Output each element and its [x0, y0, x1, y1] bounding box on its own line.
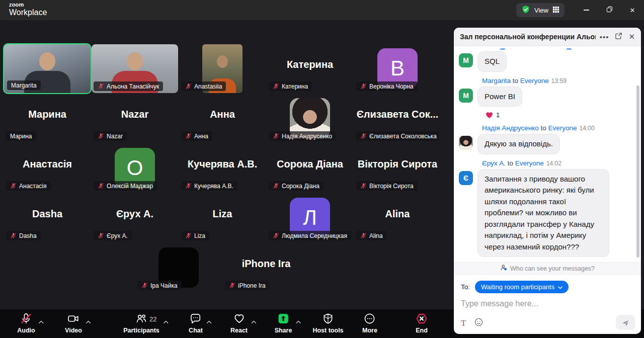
participant-tile[interactable]: iPhone IraiPhone Ira: [223, 243, 309, 292]
clipped-message-fragment: [482, 48, 634, 51]
participant-name-text: Надія Андрусенко: [282, 133, 332, 140]
message-particle: to: [539, 124, 548, 132]
participant-tile[interactable]: Іра Чайка: [135, 243, 222, 292]
message-reaction[interactable]: 1: [485, 111, 634, 119]
participant-grid-row: АнастасіяАнастасіяООлексій МаджарКучеряв…: [4, 144, 441, 193]
message-header: Надія Андрусенко to Everyone14:00: [482, 124, 634, 132]
add-reaction-icon[interactable]: [499, 261, 507, 262]
participant-tile[interactable]: DashaDasha: [4, 194, 91, 242]
submenu-caret-icon[interactable]: [251, 317, 257, 326]
send-plane-icon: [621, 318, 630, 327]
muted-mic-icon: [273, 133, 279, 139]
message-sender[interactable]: Надія Андрусенко: [482, 124, 539, 132]
submenu-caret-icon[interactable]: [39, 317, 44, 326]
toolbar-audio-button[interactable]: Audio: [17, 312, 35, 334]
toolbar-button-label: Share: [275, 327, 292, 334]
participant-tile[interactable]: Надія Андрусенко: [267, 94, 353, 143]
participant-tile[interactable]: ВВероніка Чорна: [354, 44, 441, 93]
submenu-caret-icon[interactable]: [163, 317, 169, 326]
recipient-selector[interactable]: Waiting room participants: [475, 281, 569, 293]
toolbar-end-button[interactable]: End: [416, 312, 428, 334]
participant-tile[interactable]: Єрух А.Єрух А.: [92, 194, 178, 242]
sender-avatar: M: [459, 53, 473, 67]
restore-button[interactable]: [598, 0, 621, 20]
chat-message: Єрух А. to Everyone14:02ЄЗапитання з при…: [459, 159, 634, 263]
toolbar-share-button[interactable]: Share: [275, 312, 292, 334]
participant-name-text: Кучерява А.В.: [194, 183, 233, 190]
participant-name-text: Олексій Маджар: [107, 183, 153, 190]
participant-tile[interactable]: Єлизавета Сок...Єлизавета Соколовська ..…: [354, 94, 441, 143]
participant-name-label: Nazar: [94, 131, 127, 141]
view-button[interactable]: View: [516, 3, 565, 17]
emoji-picker-icon[interactable]: [474, 317, 484, 329]
message-timestamp: 13:59: [551, 77, 567, 84]
chat-scrollbar[interactable]: [636, 86, 639, 258]
participant-tile[interactable]: NazarNazar: [92, 94, 178, 143]
reply-icon[interactable]: [485, 261, 493, 262]
submenu-caret-icon[interactable]: [86, 317, 91, 326]
send-message-button[interactable]: [616, 315, 635, 330]
muted-mic-icon: [10, 183, 17, 189]
muted-mic-icon: [360, 133, 367, 139]
toolbar-chat-button[interactable]: Chat: [189, 312, 203, 334]
message-recipient[interactable]: Everyone: [520, 77, 549, 84]
host-tools-shield-icon: [321, 312, 334, 325]
message-sender[interactable]: Єрух А.: [482, 159, 506, 167]
participant-tile[interactable]: Кучерява А.В.Кучерява А.В.: [179, 144, 266, 193]
participant-tile[interactable]: ЛЛюдмила Середницкая: [267, 194, 353, 242]
who-can-see-bar[interactable]: Who can see your messages?: [454, 262, 641, 274]
participant-name-text: Anastasiia: [194, 83, 222, 90]
participant-grid-row: DashaDashaЄрух А.Єрух А.LizaLizaЛЛюдмила…: [4, 194, 441, 242]
submenu-caret-icon[interactable]: [295, 317, 301, 326]
participant-tile[interactable]: Вікторія СиротаВікторія Сирота: [354, 144, 441, 193]
participant-tile[interactable]: КатеринаКатерина: [267, 44, 353, 93]
toolbar-button-label: Host tools: [312, 327, 343, 334]
participant-name-text: Єлизавета Соколовська ...: [369, 133, 439, 140]
participant-name-label: Alina: [356, 231, 387, 240]
message-bubble: Power BI: [477, 87, 522, 107]
participant-name-label: Вікторія Сирота: [356, 181, 418, 191]
participant-name-text: Nazar: [107, 133, 123, 140]
close-icon: ✕: [630, 7, 635, 14]
toolbar-button-label: Chat: [189, 327, 203, 334]
toolbar-react-button[interactable]: React: [230, 312, 248, 334]
participant-tile[interactable]: Альона Танасійчук: [92, 44, 178, 93]
toolbar-participants-button[interactable]: Participants22: [123, 312, 159, 334]
participant-name-text: Liza: [194, 232, 205, 239]
participant-tile[interactable]: AlinaAlina: [354, 194, 441, 242]
participant-tile[interactable]: Margarita: [4, 44, 91, 93]
chat-more-options-icon[interactable]: •••: [600, 33, 609, 41]
participant-tile[interactable]: Anastasiia: [179, 44, 266, 93]
minimize-button[interactable]: [575, 0, 598, 20]
participant-name-label: Іра Чайка: [137, 281, 182, 290]
participant-tile[interactable]: Сорока ДіанаСорока Діана: [267, 144, 353, 193]
participant-tile[interactable]: ООлексій Маджар: [92, 144, 178, 193]
submenu-caret-icon[interactable]: [206, 317, 212, 326]
participants-icon: [135, 312, 148, 325]
toolbar-more-button[interactable]: More: [362, 312, 377, 334]
participant-name-text: Margarita: [11, 82, 37, 89]
message-input[interactable]: [461, 299, 632, 308]
close-button[interactable]: ✕: [621, 0, 644, 20]
message-actions: •••: [485, 261, 634, 262]
participant-name-text: Людмила Середницкая: [282, 232, 347, 239]
chat-close-icon[interactable]: ✕: [628, 32, 635, 41]
heart-reaction-icon: [485, 111, 494, 119]
zoom-workplace-logo: zoom Workplace: [9, 2, 47, 17]
participant-name-text: iPhone Ira: [238, 282, 266, 289]
toolbar-video-button[interactable]: Video: [65, 312, 82, 334]
format-text-icon[interactable]: T: [461, 318, 466, 328]
participant-tile[interactable]: АнастасіяАнастасія: [4, 144, 91, 193]
participant-tile[interactable]: МаринаМарина: [4, 94, 91, 143]
message-sender[interactable]: Margarita: [482, 77, 511, 84]
participant-tile[interactable]: АннаАнна: [179, 94, 266, 143]
toolbar-host-tools-button[interactable]: Host tools: [312, 312, 343, 334]
participant-tile[interactable]: LizaLiza: [179, 194, 266, 242]
message-recipient[interactable]: Everyone: [548, 124, 577, 132]
chat-popout-icon[interactable]: [615, 32, 622, 42]
window-titlebar: zoom Workplace View ✕: [0, 0, 644, 20]
message-recipient[interactable]: Everyone: [515, 159, 544, 167]
message-timestamp: 14:00: [580, 125, 595, 132]
participant-name-label: Анна: [181, 131, 212, 141]
sender-photo-avatar: [459, 136, 473, 150]
